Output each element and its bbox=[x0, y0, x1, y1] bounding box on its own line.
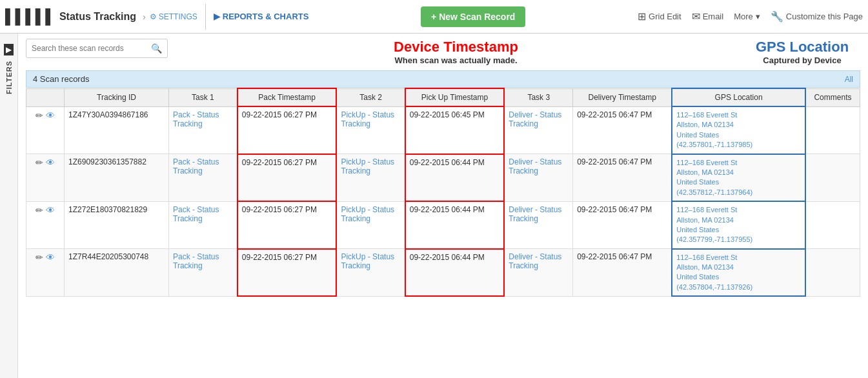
table-row: ✏ 👁 1Z272E180370821829 Pack - Status Tra… bbox=[26, 201, 860, 249]
th-task2: Task 2 bbox=[336, 88, 405, 106]
th-pack-timestamp: Pack Timestamp bbox=[237, 88, 337, 106]
barcode-icon: ▌▌▌▌▌ bbox=[5, 8, 56, 25]
email-icon: ✉ bbox=[692, 10, 700, 23]
th-tracking-id: Tracking ID bbox=[65, 88, 169, 106]
th-task3: Task 3 bbox=[504, 88, 572, 106]
cell-tracking-id: 1Z272E180370821829 bbox=[65, 201, 169, 249]
filters-label[interactable]: FILTERS bbox=[5, 61, 13, 94]
cell-pack-timestamp: 09-22-2015 06:27 PM bbox=[237, 106, 337, 154]
th-gps-location: GPS Location bbox=[672, 88, 805, 106]
main-area: ▶ FILTERS 🔍 Device Timestamp When scan w… bbox=[0, 34, 868, 378]
cell-gps-location: 112–168 Everett StAllston, MA 02134Unite… bbox=[672, 249, 805, 297]
view-icon[interactable]: 👁 bbox=[46, 205, 55, 215]
cell-pickup-timestamp: 09-22-2015 06:44 PM bbox=[405, 154, 505, 202]
cell-pickup-timestamp: 09-22-2015 06:44 PM bbox=[405, 249, 505, 297]
more-action[interactable]: More ▾ bbox=[734, 12, 760, 21]
grid-edit-icon: ⊞ bbox=[638, 10, 646, 23]
cell-comments bbox=[805, 249, 860, 297]
th-delivery-timestamp: Delivery Timestamp bbox=[573, 88, 672, 106]
cell-comments bbox=[805, 201, 860, 249]
cell-gps-location: 112–168 Everett StAllston, MA 02134Unite… bbox=[672, 201, 805, 249]
cell-task2: PickUp - Status Tracking bbox=[336, 154, 405, 202]
th-pickup-timestamp: Pick Up Timestamp bbox=[405, 88, 505, 106]
customize-page-action[interactable]: 🔧 Customize this Page bbox=[771, 10, 863, 23]
gps-location-heading: GPS Location Captured by Device bbox=[744, 39, 860, 65]
grid-edit-action[interactable]: ⊞ Grid Edit bbox=[638, 10, 681, 23]
edit-icon[interactable]: ✏ bbox=[35, 110, 43, 121]
cell-task2: PickUp - Status Tracking bbox=[336, 249, 405, 297]
cell-pickup-timestamp: 09-22-2015 06:44 PM bbox=[405, 201, 505, 249]
edit-icon[interactable]: ✏ bbox=[35, 205, 43, 215]
table-row: ✏ 👁 1Z7R44E20205300748 Pack - Status Tra… bbox=[26, 249, 860, 297]
cell-pack-timestamp: 09-22-2015 06:27 PM bbox=[237, 249, 337, 297]
cell-delivery-timestamp: 09-22-2015 06:47 PM bbox=[573, 154, 672, 202]
edit-icon[interactable]: ✏ bbox=[35, 157, 43, 168]
breadcrumb-arrow: › bbox=[143, 12, 146, 22]
reports-charts-link[interactable]: ▶ REPORTS & CHARTS bbox=[214, 12, 309, 21]
table-row: ✏ 👁 1Z47Y30A0394867186 Pack - Status Tra… bbox=[26, 106, 860, 154]
content-area: 🔍 Device Timestamp When scan was actuall… bbox=[18, 34, 868, 378]
view-icon[interactable]: 👁 bbox=[46, 110, 55, 121]
cell-tracking-id: 1Z7R44E20205300748 bbox=[65, 249, 169, 297]
top-bar-right: ⊞ Grid Edit ✉ Email More ▾ 🔧 Customize t… bbox=[638, 10, 863, 23]
scan-records-table: Tracking ID Task 1 Pack Timestamp Task 2… bbox=[26, 88, 860, 297]
th-actions bbox=[26, 88, 65, 106]
row-actions: ✏ 👁 bbox=[26, 201, 65, 249]
cell-task2: PickUp - Status Tracking bbox=[336, 201, 405, 249]
cell-task1: Pack - Status Tracking bbox=[169, 249, 237, 297]
gear-icon: ⚙ bbox=[150, 12, 157, 21]
records-count-bar: 4 Scan records All bbox=[26, 70, 860, 88]
play-icon: ▶ bbox=[214, 12, 220, 21]
cell-pack-timestamp: 09-22-2015 06:27 PM bbox=[237, 201, 337, 249]
cell-task3: Deliver - Status Tracking bbox=[504, 249, 572, 297]
records-count: 4 Scan records bbox=[33, 74, 89, 84]
cell-comments bbox=[805, 106, 860, 154]
filters-play-icon: ▶ bbox=[4, 44, 14, 55]
search-box[interactable]: 🔍 bbox=[26, 39, 168, 58]
edit-icon[interactable]: ✏ bbox=[35, 252, 43, 263]
cell-task1: Pack - Status Tracking bbox=[169, 154, 237, 202]
cell-task2: PickUp - Status Tracking bbox=[336, 106, 405, 154]
device-timestamp-title: Device Timestamp bbox=[181, 39, 731, 55]
cell-delivery-timestamp: 09-22-2015 06:47 PM bbox=[573, 106, 672, 154]
top-bar-left: ▌▌▌▌▌ Status Tracking › ⚙ SETTINGS ▶ REP… bbox=[5, 4, 308, 30]
cell-task1: Pack - Status Tracking bbox=[169, 106, 237, 154]
cell-delivery-timestamp: 09-22-2015 06:47 PM bbox=[573, 201, 672, 249]
table-row: ✏ 👁 1Z6909230361357882 Pack - Status Tra… bbox=[26, 154, 860, 202]
gps-title: GPS Location bbox=[744, 39, 860, 55]
row-actions: ✏ 👁 bbox=[26, 106, 65, 154]
cell-tracking-id: 1Z6909230361357882 bbox=[65, 154, 169, 202]
row-actions: ✏ 👁 bbox=[26, 154, 65, 202]
wrench-icon: 🔧 bbox=[771, 10, 783, 23]
cell-gps-location: 112–168 Everett StAllston, MA 02134Unite… bbox=[672, 154, 805, 202]
cell-task3: Deliver - Status Tracking bbox=[504, 154, 572, 202]
app-title: Status Tracking bbox=[59, 11, 136, 23]
row-actions: ✏ 👁 bbox=[26, 249, 65, 297]
cell-task3: Deliver - Status Tracking bbox=[504, 201, 572, 249]
gps-sub: Captured by Device bbox=[744, 55, 860, 65]
search-icon: 🔍 bbox=[151, 43, 162, 54]
device-timestamp-heading: Device Timestamp When scan was actually … bbox=[168, 39, 744, 65]
top-bar-center: + New Scan Record bbox=[308, 6, 638, 27]
chevron-down-icon: ▾ bbox=[756, 12, 760, 21]
table-header-row: Tracking ID Task 1 Pack Timestamp Task 2… bbox=[26, 88, 860, 106]
new-scan-button[interactable]: + New Scan Record bbox=[421, 6, 525, 27]
cell-task3: Deliver - Status Tracking bbox=[504, 106, 572, 154]
top-bar: ▌▌▌▌▌ Status Tracking › ⚙ SETTINGS ▶ REP… bbox=[0, 0, 868, 34]
search-input[interactable] bbox=[32, 44, 151, 53]
settings-link[interactable]: ⚙ SETTINGS bbox=[150, 12, 197, 21]
th-comments: Comments bbox=[805, 88, 860, 106]
view-icon[interactable]: 👁 bbox=[46, 252, 55, 263]
cell-delivery-timestamp: 09-22-2015 06:47 PM bbox=[573, 249, 672, 297]
all-link[interactable]: All bbox=[845, 75, 853, 84]
cell-pack-timestamp: 09-22-2015 06:27 PM bbox=[237, 154, 337, 202]
cell-task1: Pack - Status Tracking bbox=[169, 201, 237, 249]
cell-comments bbox=[805, 154, 860, 202]
cell-gps-location: 112–168 Everett StAllston, MA 02134Unite… bbox=[672, 106, 805, 154]
device-timestamp-sub: When scan was actually made. bbox=[181, 55, 731, 65]
view-icon[interactable]: 👁 bbox=[46, 157, 55, 168]
email-action[interactable]: ✉ Email bbox=[692, 10, 724, 23]
cell-pickup-timestamp: 09-22-2015 06:45 PM bbox=[405, 106, 505, 154]
search-heading-row: 🔍 Device Timestamp When scan was actuall… bbox=[26, 39, 860, 65]
cell-tracking-id: 1Z47Y30A0394867186 bbox=[65, 106, 169, 154]
